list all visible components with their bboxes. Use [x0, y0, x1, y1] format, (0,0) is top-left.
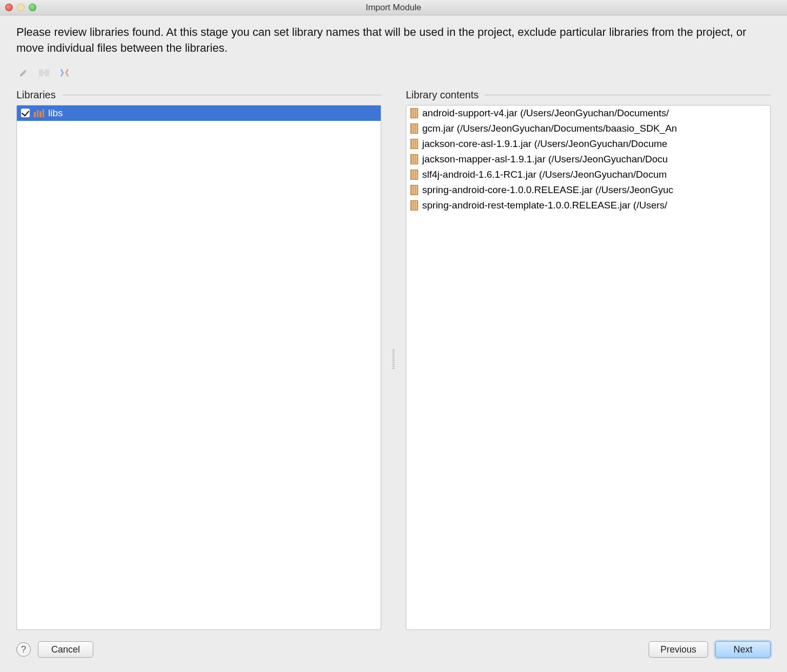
jar-icon — [410, 185, 418, 195]
cancel-button[interactable]: Cancel — [38, 641, 93, 658]
jar-icon — [410, 154, 418, 164]
jar-icon — [410, 170, 418, 180]
content-row[interactable]: spring-android-core-1.0.0.RELEASE.jar (/… — [406, 182, 770, 198]
content-row[interactable]: spring-android-rest-template-1.0.0.RELEA… — [406, 198, 770, 213]
previous-button[interactable]: Previous — [649, 641, 708, 658]
content-row[interactable]: slf4j-android-1.6.1-RC1.jar (/Users/Jeon… — [406, 167, 770, 182]
jar-icon — [410, 123, 418, 134]
svg-rect-0 — [39, 69, 43, 76]
library-contents-list[interactable]: android-support-v4.jar (/Users/JeonGyuch… — [406, 105, 771, 630]
help-button[interactable]: ? — [16, 642, 31, 657]
close-window-button[interactable] — [5, 4, 13, 11]
description-text: Please review libraries found. At this s… — [16, 25, 771, 56]
split-icon[interactable] — [37, 67, 51, 79]
content-filename: jackson-mapper-asl-1.9.1.jar (/Users/Jeo… — [422, 154, 668, 165]
traffic-lights — [5, 4, 36, 11]
minimize-window-button[interactable] — [17, 4, 25, 11]
split-handle[interactable] — [391, 89, 396, 630]
library-name: libs — [48, 108, 63, 119]
next-button[interactable]: Next — [715, 641, 771, 658]
jar-icon — [410, 108, 418, 118]
jar-icon — [410, 200, 418, 211]
content-filename: jackson-core-asl-1.9.1.jar (/Users/JeonG… — [422, 138, 667, 150]
content-filename: spring-android-core-1.0.0.RELEASE.jar (/… — [422, 184, 673, 196]
toolbar — [16, 67, 771, 79]
content-filename: slf4j-android-1.6.1-RC1.jar (/Users/Jeon… — [422, 169, 667, 180]
library-contents-header: Library contents — [406, 89, 479, 101]
content-row[interactable]: android-support-v4.jar (/Users/JeonGyuch… — [406, 106, 770, 121]
content-row[interactable]: jackson-core-asl-1.9.1.jar (/Users/JeonG… — [406, 136, 770, 152]
library-row[interactable]: libs — [17, 106, 381, 121]
libraries-list[interactable]: libs — [16, 105, 381, 630]
zoom-window-button[interactable] — [29, 4, 36, 11]
svg-rect-1 — [45, 69, 49, 76]
merge-icon[interactable] — [57, 67, 72, 79]
libraries-header: Libraries — [16, 89, 56, 101]
titlebar: Import Module — [0, 0, 787, 15]
content-row[interactable]: jackson-mapper-asl-1.9.1.jar (/Users/Jeo… — [406, 152, 770, 167]
content-row[interactable]: gcm.jar (/Users/JeonGyuchan/Documents/ba… — [406, 121, 770, 136]
content-filename: android-support-v4.jar (/Users/JeonGyuch… — [422, 108, 669, 119]
library-checkbox[interactable] — [21, 109, 30, 117]
window-title: Import Module — [0, 3, 787, 13]
edit-icon[interactable] — [16, 67, 31, 79]
content-filename: spring-android-rest-template-1.0.0.RELEA… — [422, 200, 667, 211]
content-filename: gcm.jar (/Users/JeonGyuchan/Documents/ba… — [422, 123, 677, 134]
library-icon — [34, 109, 44, 117]
jar-icon — [410, 139, 418, 149]
